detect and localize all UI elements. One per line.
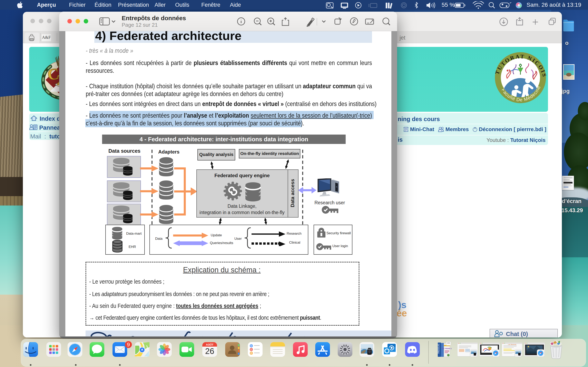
svg-text:9: 9: [127, 342, 130, 348]
svg-text:Les filaments: Les filaments: [508, 344, 517, 345]
svg-text:AOÛT: AOÛT: [206, 343, 214, 346]
svg-text:26: 26: [205, 347, 214, 356]
svg-text:PASS/LAS: PASS/LAS: [438, 344, 440, 354]
svg-text:UE TRANS 1: UE TRANS 1: [442, 348, 452, 350]
